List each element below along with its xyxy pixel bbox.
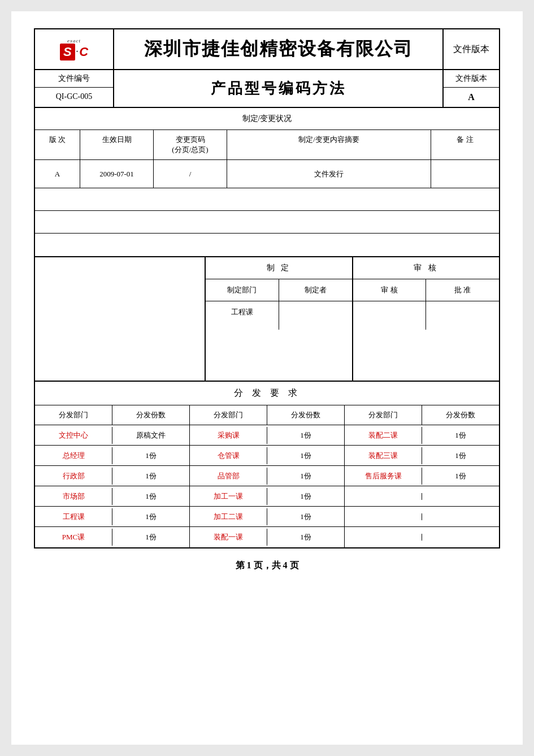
doc-number-value: QI-GC-005: [35, 88, 113, 106]
dist-data-group-1-row-5: 工程课1份: [35, 507, 190, 526]
dist-copies-3-row-5: [422, 513, 499, 520]
change-data-row-empty-2: [35, 211, 499, 234]
approval-zhiding-person-value: [279, 301, 352, 330]
approval-shenhe-header: 审 核: [353, 257, 500, 279]
dist-rows-container: 文控中心原稿文件采购课1份装配二课1份总经理1份仓管课1份装配三课1份行政部1份…: [35, 425, 499, 547]
page-footer-text: 第 1 页，共 4 页: [236, 560, 299, 570]
dist-data-group-3-row-2: 装配三课1份: [345, 446, 499, 465]
dist-dept-2-row-5: 加工二课: [190, 508, 267, 525]
dist-copies-1-row-1: 原稿文件: [112, 427, 189, 444]
dist-copies-1-row-6: 1份: [112, 529, 189, 546]
dist-data-group-1-row-6: PMC课1份: [35, 527, 190, 547]
logo-container: exact S · C: [60, 38, 88, 61]
dist-data-row-2: 总经理1份仓管课1份装配三课1份: [35, 446, 499, 466]
dist-data-group-1-row-3: 行政部1份: [35, 466, 190, 486]
dist-data-group-1-row-4: 市场部1份: [35, 486, 190, 506]
dist-dept-1-row-6: PMC课: [35, 529, 112, 546]
approval-zhiding-sub-row: 制定部门 制定者: [206, 279, 352, 301]
dist-dept-3-row-2: 装配三课: [345, 447, 422, 464]
company-name: 深圳市捷佳创精密设备有限公司: [144, 37, 413, 62]
dist-copies-3-row-4: [422, 493, 499, 500]
doc-version-label-cell: 文件版本: [442, 29, 499, 69]
dist-data-row-1: 文控中心原稿文件采购课1份装配二课1份: [35, 425, 499, 446]
approval-shenhe-sub-row: 审 核 批 准: [353, 279, 500, 301]
distribution-header-row: 分发部门 分发份数 分发部门 分发份数 分发部门 分发份数: [35, 405, 499, 425]
approval-section: 制 定 制定部门 制定者 工程课 审 核 审 核 批 准: [35, 257, 499, 382]
change-data-row-1: A 2009-07-01 / 文件发行: [35, 160, 499, 188]
dist-dept-1-row-1: 文控中心: [35, 427, 112, 444]
dist-data-group-2-row-4: 加工一课1份: [190, 486, 345, 506]
dist-copies-2-row-3: 1份: [267, 468, 344, 485]
dist-data-row-5: 工程课1份加工二课1份: [35, 507, 499, 527]
approval-zhiding-header: 制 定: [206, 257, 352, 279]
change-date-1: 2009-07-01: [80, 160, 154, 188]
dist-data-row-4: 市场部1份加工一课1份: [35, 486, 499, 507]
dist-copies-3-row-3: 1份: [422, 468, 499, 485]
version-block: 文件版本 A: [442, 70, 499, 107]
dist-header-copies-2: 分发份数: [267, 405, 344, 425]
doc-number-label: 文件编号: [35, 70, 113, 88]
logo-cell: exact S · C: [35, 29, 114, 69]
dist-header-dept-3: 分发部门: [345, 405, 422, 425]
dist-header-group-2: 分发部门 分发份数: [190, 405, 345, 425]
dist-dept-2-row-4: 加工一课: [190, 488, 267, 505]
dist-dept-1-row-2: 总经理: [35, 447, 112, 464]
change-header-row: 版 次 生效日期 变更页码(分页/总页) 制定/变更内容摘要 备 注: [35, 130, 499, 160]
change-data-row-empty-1: [35, 188, 499, 211]
dist-dept-3-row-6: [345, 534, 422, 541]
logo-exact-text: exact: [67, 38, 81, 44]
approval-far-right: 审 核 审 核 批 准: [353, 257, 500, 381]
dist-copies-3-row-6: [422, 534, 499, 541]
approval-right: 制 定 制定部门 制定者 工程课 审 核 审 核 批 准: [205, 257, 499, 381]
dist-dept-3-row-5: [345, 513, 422, 520]
approval-left: [35, 257, 205, 381]
dist-dept-2-row-3: 品管部: [190, 468, 267, 485]
page-footer: 第 1 页，共 4 页: [34, 548, 500, 583]
change-col-date-header: 生效日期: [80, 130, 154, 159]
dist-copies-1-row-3: 1份: [112, 468, 189, 485]
doc-title: 产品型号编码方法: [211, 79, 346, 98]
dist-dept-3-row-4: [345, 493, 422, 500]
dist-data-group-2-row-5: 加工二课1份: [190, 507, 345, 526]
dist-header-dept-2: 分发部门: [190, 405, 267, 425]
dist-data-group-2-row-3: 品管部1份: [190, 466, 345, 486]
approval-pizhun-value: [426, 301, 499, 330]
dist-header-copies-1: 分发份数: [112, 405, 189, 425]
logo-dot: ·: [76, 47, 79, 57]
distribution-title: 分 发 要 求: [35, 382, 499, 405]
dist-dept-1-row-4: 市场部: [35, 488, 112, 505]
dist-copies-2-row-6: 1份: [267, 529, 344, 546]
dist-copies-2-row-5: 1份: [267, 508, 344, 525]
logo-c-letter: C: [79, 45, 88, 59]
approval-zhiding-data-row: 工程课: [206, 301, 352, 330]
dist-data-group-3-row-1: 装配二课1份: [345, 425, 499, 445]
dist-copies-1-row-4: 1份: [112, 488, 189, 505]
logo-s-letter: S: [60, 44, 75, 61]
change-pagecode-1: /: [154, 160, 227, 188]
dist-header-copies-3: 分发份数: [422, 405, 499, 425]
doc-version-label: 文件版本: [453, 44, 489, 55]
change-col-summary-header: 制定/变更内容摘要: [227, 130, 431, 159]
dist-data-row-3: 行政部1份品管部1份售后服务课1份: [35, 466, 499, 486]
approval-zhiding-person-label: 制定者: [279, 279, 352, 301]
change-remark-1: [431, 160, 499, 188]
dist-dept-2-row-1: 采购课: [190, 427, 267, 444]
dist-header-group-3: 分发部门 分发份数: [345, 405, 499, 425]
dist-data-group-2-row-2: 仓管课1份: [190, 446, 345, 465]
approval-middle: 制 定 制定部门 制定者 工程课: [206, 257, 353, 381]
change-section: 制定/变更状况 版 次 生效日期 变更页码(分页/总页) 制定/变更内容摘要 备…: [35, 108, 499, 257]
approval-zhiding-dept-label: 制定部门: [206, 279, 279, 301]
approval-zhiding-dept-value: 工程课: [206, 301, 279, 330]
dist-copies-1-row-5: 1份: [112, 508, 189, 525]
dist-copies-3-row-1: 1份: [422, 427, 499, 444]
dist-data-group-3-row-5: [345, 507, 499, 526]
approval-pizhun-label: 批 准: [426, 279, 499, 301]
change-col-version-header: 版 次: [35, 130, 80, 159]
doc-title-cell: 产品型号编码方法: [114, 70, 442, 107]
dist-header-group-1: 分发部门 分发份数: [35, 405, 190, 425]
dist-data-group-3-row-6: [345, 527, 499, 547]
dist-copies-2-row-1: 1份: [267, 427, 344, 444]
dist-dept-1-row-3: 行政部: [35, 468, 112, 485]
dist-data-group-2-row-1: 采购课1份: [190, 425, 345, 445]
dist-copies-2-row-4: 1份: [267, 488, 344, 505]
